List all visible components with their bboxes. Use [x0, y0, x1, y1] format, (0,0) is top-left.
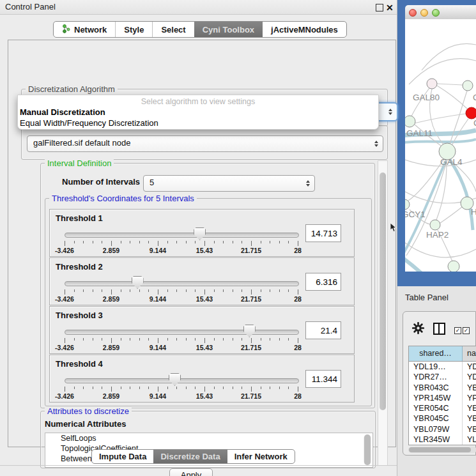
minimize-traffic-light[interactable]: [420, 9, 428, 17]
node-label-partial: H: [471, 207, 476, 217]
table-hscroll-thumb[interactable]: [409, 447, 471, 452]
split-columns-icon[interactable]: [433, 323, 445, 335]
cell-shared-name[interactable]: YDL19…: [409, 362, 463, 372]
cell-shared-name[interactable]: YIL053C: [409, 445, 463, 445]
table-row[interactable]: YLR345WYLR345W: [409, 434, 476, 445]
close-traffic-light[interactable]: [409, 9, 417, 17]
apply-button[interactable]: Apply: [169, 468, 213, 476]
checkbox-icon[interactable]: ✓: [454, 327, 461, 334]
table-row[interactable]: YBR043CYBR043C: [409, 383, 476, 393]
slider-track[interactable]: [65, 378, 299, 383]
threshold-panel-threshold-4: Threshold 4-3.4262.8599.14415.4321.71528…: [49, 355, 355, 403]
slider-track[interactable]: [65, 233, 299, 238]
slider-track[interactable]: [65, 330, 299, 335]
tab-label: Cyni Toolbox: [203, 25, 254, 35]
attribute-item-selfloops[interactable]: SelfLoops: [45, 433, 372, 443]
network-node-hap2[interactable]: [430, 220, 440, 230]
network-node[interactable]: [463, 81, 473, 91]
table-row[interactable]: YBR045CYBR045C: [409, 413, 476, 424]
node-table: shared… name YDL19…YDL19…YDR27…YDR27…YBR…: [408, 346, 476, 445]
table-row[interactable]: YDL19…YDL19…: [409, 362, 476, 372]
tab-cyni-toolbox[interactable]: Cyni Toolbox: [194, 22, 263, 37]
slider-track[interactable]: [65, 281, 299, 286]
tab-network[interactable]: Network: [54, 22, 115, 37]
network-node[interactable]: [448, 261, 459, 272]
table-horizontal-scrollbar[interactable]: [408, 447, 476, 453]
table-data-combobox[interactable]: galFiltered.sif default node: [27, 135, 383, 152]
tab-jactivemnodules[interactable]: jActiveMNodules: [263, 22, 346, 37]
table-panel-region: Table Panel: [397, 286, 476, 476]
network-node[interactable]: [466, 107, 476, 119]
tab-label: Network: [74, 25, 107, 35]
cell-shared-name[interactable]: YDR27…: [409, 372, 463, 382]
attributes-to-discretize-title: Attributes to discretize: [45, 406, 132, 416]
cell-shared-name[interactable]: YER054C: [409, 403, 463, 413]
network-node-gcy1[interactable]: [405, 199, 410, 210]
float-window-icon[interactable]: [376, 4, 383, 12]
cell-shared-name[interactable]: YBR043C: [409, 383, 463, 393]
cyni-toolbox-panel: Discretization Algorithm Table Data galF…: [8, 40, 396, 447]
tab-label: Style: [124, 25, 144, 35]
control-panel-titlebar: Control Panel ✕: [0, 0, 397, 15]
slider-ticks: [65, 338, 298, 344]
slider-thumb[interactable]: [243, 325, 256, 337]
threshold-value-field[interactable]: 6.316: [305, 273, 341, 291]
tab-select[interactable]: Select: [152, 22, 194, 37]
cell-name[interactable]: YBL079W: [463, 424, 476, 434]
attributes-scrollbar-thumb[interactable]: [364, 434, 371, 465]
network-canvas[interactable]: GAL80GAL11GAL4GCY1HAP2G.CH: [405, 19, 476, 272]
threshold-panel-threshold-3: Threshold 3-3.4262.8599.14415.4321.71528…: [49, 306, 355, 354]
dropdown-option-manual-discretization[interactable]: Manual Discretization: [18, 107, 378, 118]
table-panel-box: ✓ ✓ shared… name YDL19…YDL19…YDR27…YDR27…: [403, 311, 476, 456]
cell-name[interactable]: YER054C: [463, 403, 476, 413]
checkbox-icon[interactable]: ✓: [463, 327, 470, 334]
slider-thumb[interactable]: [169, 373, 181, 386]
tab-infer-network[interactable]: Infer Network: [227, 450, 295, 463]
tab-style[interactable]: Style: [115, 22, 152, 37]
number-of-intervals-combobox[interactable]: 5: [143, 175, 315, 192]
tab-discretize-data[interactable]: Discretize Data: [153, 450, 227, 463]
slider-tick-labels: -3.4262.8599.14415.4321.71528: [65, 344, 298, 351]
column-header-name[interactable]: name: [463, 346, 476, 361]
threshold-value-field[interactable]: 14.713: [305, 224, 341, 242]
cell-name[interactable]: YDL19…: [463, 362, 476, 372]
cell-shared-name[interactable]: YPR145W: [409, 393, 463, 403]
threshold-value-field[interactable]: 21.4: [305, 321, 341, 339]
table-row[interactable]: YER054CYER054C: [409, 403, 476, 413]
control-panel-window: Control Panel ✕ NetworkStyleSelectCyni T…: [0, 0, 397, 476]
cell-name[interactable]: YBR043C: [463, 383, 476, 393]
table-row[interactable]: YDR27…YDR27…: [409, 372, 476, 382]
cell-name[interactable]: YBR045C: [463, 413, 476, 424]
settings-scrollbar-thumb[interactable]: [380, 173, 386, 410]
threshold-panel-threshold-1: Threshold 1-3.4262.8599.14415.4321.71528…: [49, 209, 355, 257]
stepper-arrows-icon: [374, 141, 378, 147]
close-icon[interactable]: ✕: [386, 1, 394, 14]
column-header-shared-name[interactable]: shared…: [409, 346, 463, 361]
attributes-scrollbar[interactable]: [364, 434, 371, 465]
cell-name[interactable]: YLR345W: [463, 434, 476, 445]
cell-name[interactable]: YDR27…: [463, 372, 476, 382]
slider-thumb[interactable]: [132, 276, 144, 289]
table-row[interactable]: YPR145WYPR145W: [409, 393, 476, 403]
zoom-traffic-light[interactable]: [432, 9, 440, 17]
table-row[interactable]: YIL053CYIL053C: [409, 445, 476, 445]
interval-definition-group: Interval Definition Number of Intervals …: [40, 163, 375, 408]
slider-thumb[interactable]: [194, 227, 206, 240]
settings-scrollbar[interactable]: [378, 160, 388, 466]
node-label-gcy1: GCY1: [405, 210, 426, 219]
tab-impute-data[interactable]: Impute Data: [92, 450, 153, 463]
node-label-gal4: GAL4: [440, 157, 463, 167]
cell-shared-name[interactable]: YBR045C: [409, 413, 463, 424]
table-row[interactable]: YBL079WYBL079W: [409, 424, 476, 434]
gear-icon[interactable]: [412, 322, 424, 337]
cell-shared-name[interactable]: YBL079W: [409, 424, 463, 434]
dropdown-option-equal-width-frequency-discretization[interactable]: Equal Width/Frequency Discretization: [18, 118, 378, 128]
algorithm-dropdown-options: Manual DiscretizationEqual Width/Frequen…: [18, 107, 378, 128]
cell-name[interactable]: YPR145W: [463, 393, 476, 403]
threshold-value-field[interactable]: 11.344: [305, 370, 341, 388]
network-node-gal11[interactable]: [405, 116, 415, 127]
network-node-gal80[interactable]: [427, 79, 437, 89]
slider-tick-labels: -3.4262.8599.14415.4321.71528: [65, 247, 298, 254]
cell-name[interactable]: YIL053C: [463, 445, 476, 445]
cell-shared-name[interactable]: YLR345W: [409, 434, 463, 445]
